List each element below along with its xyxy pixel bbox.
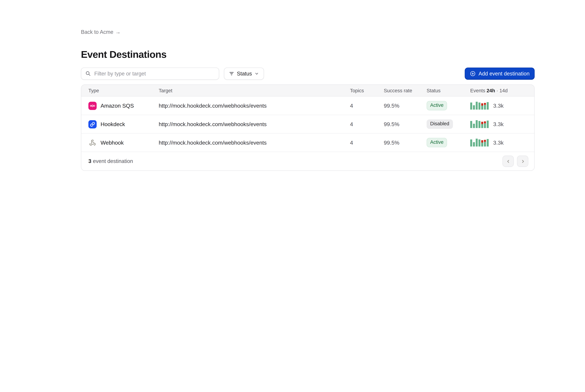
- type-cell: Webhook: [81, 138, 159, 147]
- webhook-icon: [88, 138, 97, 147]
- status-badge: Active: [426, 101, 447, 110]
- status-cell: Disabled: [426, 120, 470, 129]
- target-cell: http://mock.hookdeck.com/webhooks/events: [159, 121, 350, 127]
- events-count: 3.3k: [493, 121, 504, 127]
- events-count: 3.3k: [493, 140, 504, 146]
- events-cell: 3.3k: [470, 102, 534, 110]
- event-destinations-table: Type Target Topics Success rate Status E…: [81, 84, 535, 171]
- col-header-success-rate: Success rate: [384, 88, 426, 93]
- pagination: [502, 156, 528, 167]
- col-header-status: Status: [426, 88, 470, 93]
- events-cell: 3.3k: [470, 120, 534, 128]
- events-sparkline: [470, 120, 488, 128]
- hookdeck-icon: [88, 120, 97, 128]
- topics-cell: 4: [350, 102, 384, 109]
- events-24h-toggle[interactable]: 24h: [486, 88, 495, 93]
- success-rate-cell: 99.5%: [384, 140, 426, 146]
- table-row-webhook[interactable]: Webhook http://mock.hookdeck.com/webhook…: [81, 134, 534, 152]
- content-area: Back to Acme→ Event Destinations Status: [81, 0, 535, 171]
- search-icon: [85, 71, 91, 76]
- status-badge: Disabled: [426, 120, 453, 129]
- add-button-label: Add event destination: [478, 71, 530, 76]
- destination-count: 3: [88, 158, 91, 164]
- previous-page-button[interactable]: [502, 156, 514, 167]
- success-rate-cell: 99.5%: [384, 121, 426, 127]
- chevron-left-icon: [506, 159, 510, 164]
- next-page-button[interactable]: [517, 156, 528, 167]
- toolbar: Status Add event destination: [81, 68, 535, 80]
- status-cell: Active: [426, 138, 470, 147]
- events-14d-toggle[interactable]: 14d: [500, 88, 508, 93]
- destination-count-label: event destination: [93, 158, 133, 164]
- chevron-right-icon: [520, 159, 525, 164]
- col-header-target: Target: [159, 88, 350, 93]
- col-header-topics: Topics: [350, 88, 384, 93]
- type-cell: Hookdeck: [81, 120, 159, 128]
- table-footer: 3 event destination: [81, 152, 534, 170]
- filter-icon: [229, 71, 234, 76]
- destination-type-label: Webhook: [100, 140, 124, 146]
- back-to-acme-link[interactable]: Back to Acme→: [81, 29, 121, 35]
- target-cell: http://mock.hookdeck.com/webhooks/events: [159, 140, 350, 146]
- status-cell: Active: [426, 101, 470, 110]
- event-destinations-page: Back to Acme→ Event Destinations Status: [0, 0, 585, 392]
- status-filter-button[interactable]: Status: [224, 68, 264, 80]
- events-sparkline: [470, 102, 488, 110]
- topics-cell: 4: [350, 140, 384, 146]
- events-sparkline: [470, 138, 488, 146]
- success-rate-cell: 99.5%: [384, 102, 426, 109]
- type-cell: Amazon SQS: [81, 102, 159, 110]
- topics-cell: 4: [350, 121, 384, 127]
- table-row-hookdeck[interactable]: Hookdeck http://mock.hookdeck.com/webhoo…: [81, 115, 534, 134]
- add-event-destination-button[interactable]: Add event destination: [465, 68, 534, 80]
- target-cell: http://mock.hookdeck.com/webhooks/events: [159, 102, 350, 109]
- events-count: 3.3k: [493, 102, 504, 109]
- status-filter-label: Status: [237, 71, 252, 76]
- table-row-amazon-sqs[interactable]: Amazon SQS http://mock.hookdeck.com/webh…: [81, 97, 534, 115]
- destination-type-label: Amazon SQS: [100, 102, 134, 109]
- amazon-sqs-icon: [88, 102, 97, 110]
- events-cell: 3.3k: [470, 138, 534, 146]
- arrow-right-icon: →: [115, 29, 121, 35]
- col-header-events: Events 24h · 14d: [470, 88, 534, 93]
- search-box: [81, 68, 219, 80]
- destination-type-label: Hookdeck: [100, 121, 125, 127]
- back-link-label: Back to Acme: [81, 29, 113, 35]
- col-header-type: Type: [81, 88, 159, 93]
- search-input[interactable]: [81, 68, 219, 80]
- plus-circle-icon: [470, 71, 476, 76]
- chevron-down-icon: [255, 72, 259, 76]
- status-badge: Active: [426, 138, 447, 147]
- page-title: Event Destinations: [81, 49, 535, 60]
- table-header-row: Type Target Topics Success rate Status E…: [81, 85, 534, 97]
